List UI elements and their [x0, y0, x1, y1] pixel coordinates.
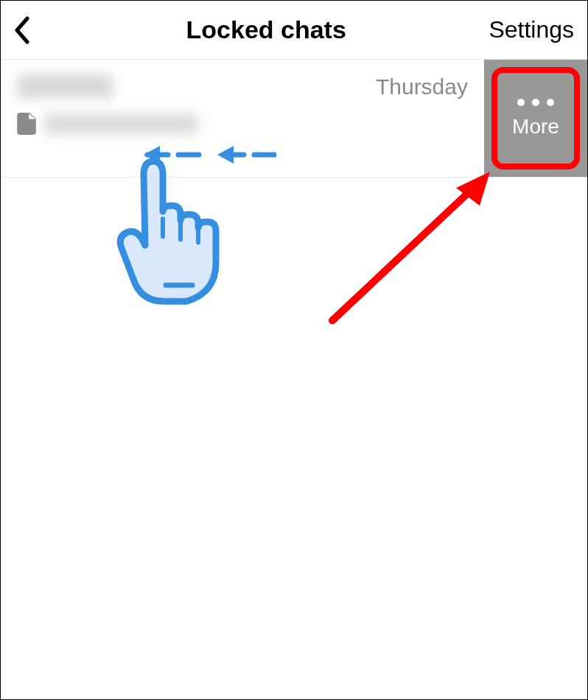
- document-icon: [17, 113, 36, 135]
- chat-preview-redacted: [43, 113, 198, 134]
- annotation-arrow-icon: [318, 166, 509, 335]
- chat-name-redacted: [17, 74, 113, 98]
- chat-top-row: Thursday: [17, 74, 468, 99]
- chat-row[interactable]: Thursday More: [1, 60, 587, 178]
- chat-preview: [17, 113, 468, 135]
- back-button[interactable]: [14, 16, 43, 44]
- settings-link[interactable]: Settings: [489, 16, 574, 43]
- chat-date: Thursday: [376, 74, 468, 99]
- page-title: Locked chats: [43, 15, 489, 44]
- chevron-left-icon: [14, 16, 30, 44]
- chat-content: Thursday: [1, 60, 484, 177]
- header: Locked chats Settings: [1, 1, 587, 60]
- more-action-button[interactable]: More: [484, 60, 587, 177]
- more-label: More: [512, 115, 559, 139]
- ellipsis-icon: [517, 99, 554, 106]
- svg-line-0: [332, 182, 480, 321]
